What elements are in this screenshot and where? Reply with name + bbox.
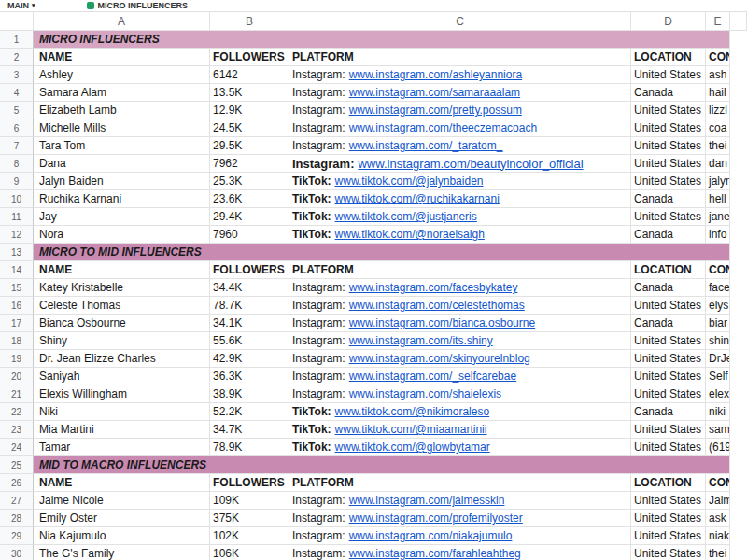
location-cell[interactable]: United States bbox=[631, 332, 706, 350]
name-cell[interactable]: Niki bbox=[34, 403, 210, 421]
followers-cell[interactable]: 109K bbox=[210, 492, 289, 510]
contact-cell[interactable]: elex bbox=[706, 385, 730, 403]
name-cell[interactable]: Elizabeth Lamb bbox=[34, 102, 210, 119]
profile-link[interactable]: www.tiktok.com/@miaamartinii bbox=[335, 423, 487, 436]
followers-cell[interactable]: 102K bbox=[210, 527, 289, 545]
header-cell-location[interactable]: LOCATION bbox=[631, 261, 706, 279]
platform-cell[interactable]: TikTok:www.tiktok.com/@nikimoraleso bbox=[289, 403, 631, 421]
row-number[interactable]: 22 bbox=[0, 403, 34, 421]
contact-cell[interactable]: coa bbox=[706, 119, 730, 137]
contact-cell[interactable]: niak bbox=[706, 527, 730, 545]
name-cell[interactable]: Katey Kristabelle bbox=[34, 279, 210, 297]
platform-cell[interactable]: Instagram:www.instagram.com/shaielexis bbox=[289, 385, 631, 403]
contact-cell[interactable]: face bbox=[706, 279, 730, 297]
followers-cell[interactable]: 13.5K bbox=[210, 84, 289, 102]
location-cell[interactable]: United States bbox=[631, 155, 706, 173]
location-cell[interactable]: United States bbox=[631, 350, 706, 368]
profile-link[interactable]: www.instagram.com/facesbykatey bbox=[349, 281, 518, 294]
contact-cell[interactable]: (619 bbox=[706, 439, 730, 456]
contact-cell[interactable]: biar bbox=[706, 315, 730, 332]
name-cell[interactable]: Michelle Mills bbox=[34, 119, 210, 137]
location-cell[interactable]: United States bbox=[631, 439, 706, 456]
platform-cell[interactable]: Instagram:www.instagram.com/profemilyost… bbox=[289, 510, 631, 527]
location-cell[interactable]: United States bbox=[631, 173, 706, 190]
platform-cell[interactable]: TikTok:www.tiktok.com/@justjaneris bbox=[289, 208, 631, 226]
row-number[interactable]: 17 bbox=[0, 315, 34, 332]
contact-cell[interactable]: dan bbox=[706, 155, 730, 173]
followers-cell[interactable]: 38.9K bbox=[210, 385, 289, 403]
row-number[interactable]: 26 bbox=[0, 474, 34, 492]
row-number[interactable]: 13 bbox=[0, 244, 34, 261]
row-number[interactable]: 2 bbox=[0, 49, 34, 66]
section-title-cell[interactable]: MICRO INFLUENCERS bbox=[34, 31, 730, 49]
header-cell-location[interactable]: LOCATION bbox=[631, 474, 706, 492]
platform-cell[interactable]: TikTok:www.tiktok.com/@jalynbaiden bbox=[289, 173, 631, 190]
name-cell[interactable]: Bianca Osbourne bbox=[34, 315, 210, 332]
name-cell[interactable]: Dr. Jean Elizze Charles bbox=[34, 350, 210, 368]
header-cell-location[interactable]: LOCATION bbox=[631, 49, 706, 66]
row-number[interactable]: 20 bbox=[0, 368, 34, 385]
select-all-corner[interactable] bbox=[0, 12, 34, 31]
contact-cell[interactable]: niki bbox=[706, 403, 730, 421]
profile-link[interactable]: www.tiktok.com/@ruchikakarnani bbox=[335, 192, 500, 205]
row-number[interactable]: 7 bbox=[0, 137, 34, 155]
contact-cell[interactable]: sam bbox=[706, 421, 730, 439]
header-cell-name[interactable]: NAME bbox=[34, 261, 210, 279]
platform-cell[interactable]: Instagram:www.instagram.com/farahleahthe… bbox=[289, 545, 631, 560]
row-number[interactable]: 9 bbox=[0, 173, 34, 190]
row-number[interactable]: 28 bbox=[0, 510, 34, 527]
followers-cell[interactable]: 12.9K bbox=[210, 102, 289, 119]
header-cell-platform[interactable]: PLATFORM bbox=[289, 261, 631, 279]
contact-cell[interactable]: lizzl bbox=[706, 102, 730, 119]
followers-cell[interactable]: 24.5K bbox=[210, 119, 289, 137]
platform-cell[interactable]: TikTok:www.tiktok.com/@glowbytamar bbox=[289, 439, 631, 456]
followers-cell[interactable]: 78.9K bbox=[210, 439, 289, 456]
name-cell[interactable]: Mia Martini bbox=[34, 421, 210, 439]
contact-cell[interactable]: thei bbox=[706, 545, 730, 560]
profile-link[interactable]: www.instagram.com/theeczemacoach bbox=[349, 121, 537, 134]
profile-link[interactable]: www.instagram.com/samaraaalam bbox=[349, 86, 520, 99]
header-cell-name[interactable]: NAME bbox=[34, 474, 210, 492]
platform-cell[interactable]: Instagram:www.instagram.com/beautyincolo… bbox=[289, 155, 631, 173]
column-header-b[interactable]: B bbox=[210, 12, 289, 31]
row-number[interactable]: 11 bbox=[0, 208, 34, 226]
contact-cell[interactable]: hell bbox=[706, 190, 730, 208]
profile-link[interactable]: www.instagram.com/beautyincolor_official bbox=[358, 157, 583, 171]
header-cell-platform[interactable]: PLATFORM bbox=[289, 474, 631, 492]
sheet-selector[interactable]: MAIN ▾ bbox=[7, 1, 35, 11]
row-number[interactable]: 6 bbox=[0, 119, 34, 137]
name-cell[interactable]: Ashley bbox=[34, 66, 210, 84]
contact-cell[interactable]: DrJe bbox=[706, 350, 730, 368]
location-cell[interactable]: Canada bbox=[631, 226, 706, 244]
header-cell-contact[interactable]: CON bbox=[706, 261, 730, 279]
row-number[interactable]: 8 bbox=[0, 155, 34, 173]
name-cell[interactable]: Jay bbox=[34, 208, 210, 226]
platform-cell[interactable]: Instagram:www.instagram.com/facesbykatey bbox=[289, 279, 631, 297]
header-cell-platform[interactable]: PLATFORM bbox=[289, 49, 631, 66]
location-cell[interactable]: United States bbox=[631, 527, 706, 545]
location-cell[interactable]: United States bbox=[631, 368, 706, 385]
row-number[interactable]: 30 bbox=[0, 545, 34, 560]
location-cell[interactable]: Canada bbox=[631, 279, 706, 297]
location-cell[interactable]: Canada bbox=[631, 190, 706, 208]
followers-cell[interactable]: 6142 bbox=[210, 66, 289, 84]
location-cell[interactable]: United States bbox=[631, 510, 706, 527]
header-cell-contact[interactable]: CON bbox=[706, 474, 730, 492]
profile-link[interactable]: www.tiktok.com/@jalynbaiden bbox=[335, 175, 484, 188]
platform-cell[interactable]: Instagram:www.instagram.com/samaraaalam bbox=[289, 84, 631, 102]
row-number[interactable]: 27 bbox=[0, 492, 34, 510]
row-number[interactable]: 5 bbox=[0, 102, 34, 119]
profile-link[interactable]: www.instagram.com/shaielexis bbox=[349, 387, 501, 400]
profile-link[interactable]: www.instagram.com/profemilyoster bbox=[349, 511, 523, 525]
contact-cell[interactable]: ash bbox=[706, 66, 730, 84]
followers-cell[interactable]: 34.7K bbox=[210, 421, 289, 439]
profile-link[interactable]: www.instagram.com/niakajumulo bbox=[349, 529, 513, 542]
row-number[interactable]: 10 bbox=[0, 190, 34, 208]
location-cell[interactable]: Canada bbox=[631, 315, 706, 332]
name-cell[interactable]: Tara Tom bbox=[34, 137, 210, 155]
platform-cell[interactable]: Instagram:www.instagram.com/bianca.osbou… bbox=[289, 315, 631, 332]
header-cell-contact[interactable]: CON bbox=[706, 49, 730, 66]
platform-cell[interactable]: Instagram:www.instagram.com/theeczemacoa… bbox=[289, 119, 631, 137]
name-cell[interactable]: The G's Family bbox=[34, 545, 210, 560]
row-number[interactable]: 14 bbox=[0, 261, 34, 279]
